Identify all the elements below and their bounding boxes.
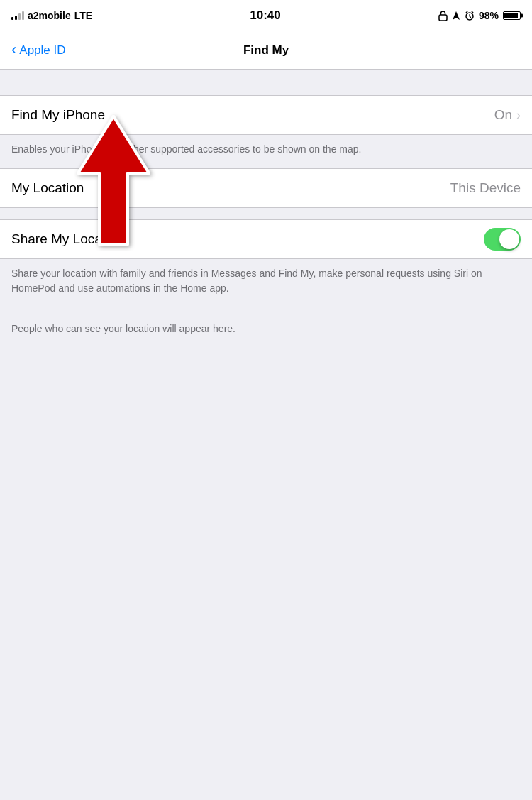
my-location-status: This Device bbox=[450, 180, 521, 196]
my-location-label: My Location bbox=[11, 180, 84, 196]
find-my-iphone-description: Enables your iPhone and other supported … bbox=[0, 135, 532, 168]
back-chevron-icon: ‹ bbox=[11, 42, 16, 57]
status-left: a2mobile LTE bbox=[11, 10, 92, 21]
share-my-location-row[interactable]: Share My Location bbox=[0, 220, 532, 258]
svg-rect-0 bbox=[439, 15, 447, 21]
find-my-iphone-label: Find My iPhone bbox=[11, 107, 105, 123]
top-spacer bbox=[0, 70, 532, 95]
toggle-thumb bbox=[499, 229, 519, 249]
share-my-location-label: Share My Location bbox=[11, 231, 123, 247]
lock-icon bbox=[438, 11, 448, 21]
find-my-iphone-status: On bbox=[494, 107, 512, 123]
battery-icon bbox=[503, 11, 521, 20]
find-my-iphone-row[interactable]: Find My iPhone On › bbox=[0, 96, 532, 134]
my-location-row[interactable]: My Location This Device bbox=[0, 169, 532, 207]
find-my-iphone-value: On › bbox=[494, 107, 521, 123]
status-right: 98% bbox=[438, 10, 521, 21]
my-location-section: My Location This Device bbox=[0, 168, 532, 208]
find-my-iphone-section: Find My iPhone On › bbox=[0, 95, 532, 135]
page-title: Find My bbox=[243, 43, 289, 57]
signal-icon bbox=[11, 11, 24, 20]
nav-bar: ‹ Apple ID Find My bbox=[0, 31, 532, 70]
status-bar: a2mobile LTE 10:40 98% bbox=[0, 0, 532, 31]
location-icon bbox=[452, 11, 460, 21]
share-my-location-section: Share My Location bbox=[0, 219, 532, 259]
time-display: 10:40 bbox=[250, 9, 280, 23]
people-note: People who can see your location will ap… bbox=[0, 307, 532, 351]
my-location-value: This Device bbox=[450, 180, 521, 196]
network-type: LTE bbox=[74, 10, 92, 21]
back-button[interactable]: ‹ Apple ID bbox=[11, 43, 66, 57]
share-location-description: Share your location with family and frie… bbox=[0, 259, 532, 307]
chevron-right-icon: › bbox=[516, 108, 521, 123]
carrier-label: a2mobile bbox=[28, 10, 71, 21]
battery-percent: 98% bbox=[479, 10, 499, 21]
alarm-icon bbox=[465, 11, 475, 21]
back-label: Apple ID bbox=[19, 43, 65, 57]
share-location-toggle[interactable] bbox=[484, 228, 521, 251]
